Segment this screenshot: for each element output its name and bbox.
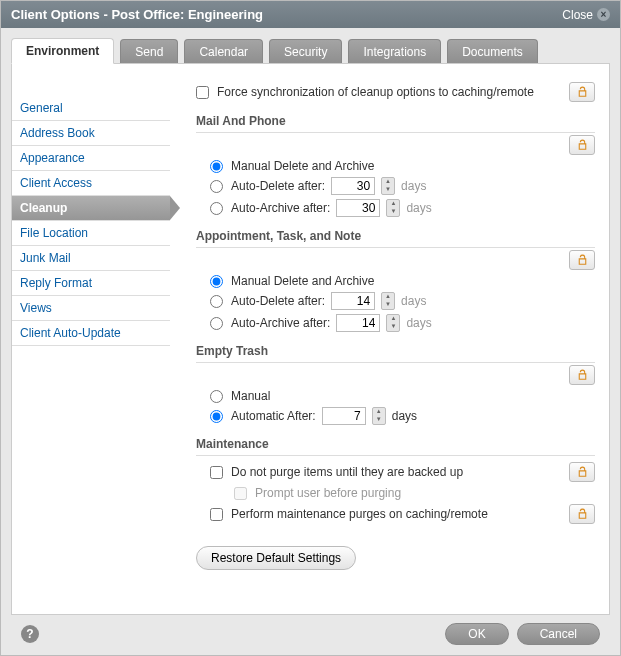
tab-security[interactable]: Security	[269, 39, 342, 64]
divider	[196, 247, 595, 248]
divider	[196, 132, 595, 133]
sidebar-item-address-book[interactable]: Address Book	[12, 121, 170, 146]
maint-no-purge-label[interactable]: Do not purge items until they are backed…	[231, 465, 463, 479]
lock-force-sync[interactable]	[569, 82, 595, 102]
maint-no-purge-checkbox[interactable]	[210, 466, 223, 479]
maint-prompt-checkbox[interactable]	[234, 487, 247, 500]
section-trash-title: Empty Trash	[196, 344, 595, 358]
tab-environment[interactable]: Environment	[11, 38, 114, 64]
sidebar: General Address Book Appearance Client A…	[12, 78, 170, 600]
days-label: days	[406, 316, 431, 330]
section-mail-phone-title: Mail And Phone	[196, 114, 595, 128]
unlock-icon	[576, 254, 589, 267]
appt-auto-delete-label[interactable]: Auto-Delete after:	[231, 294, 325, 308]
days-label: days	[406, 201, 431, 215]
days-label: days	[392, 409, 417, 423]
appt-manual-label[interactable]: Manual Delete and Archive	[231, 274, 374, 288]
footer: ? OK Cancel	[11, 615, 610, 655]
maint-caching-label[interactable]: Perform maintenance purges on caching/re…	[231, 507, 488, 521]
lock-maint-caching[interactable]	[569, 504, 595, 524]
trash-auto-radio[interactable]	[210, 410, 223, 423]
lock-maint-no-purge[interactable]	[569, 462, 595, 482]
unlock-icon	[576, 86, 589, 99]
sidebar-item-cleanup[interactable]: Cleanup	[12, 196, 170, 221]
mail-manual-label[interactable]: Manual Delete and Archive	[231, 159, 374, 173]
force-sync-checkbox[interactable]	[196, 86, 209, 99]
mail-auto-delete-stepper[interactable]: ▲▼	[381, 177, 395, 195]
lock-appt[interactable]	[569, 250, 595, 270]
maint-caching-checkbox[interactable]	[210, 508, 223, 521]
ok-button[interactable]: OK	[445, 623, 508, 645]
titlebar: Client Options - Post Office: Engineerin…	[1, 1, 620, 28]
content: Force synchronization of cleanup options…	[170, 78, 595, 600]
cancel-button[interactable]: Cancel	[517, 623, 600, 645]
lock-mail-phone[interactable]	[569, 135, 595, 155]
divider	[196, 362, 595, 363]
sidebar-item-appearance[interactable]: Appearance	[12, 146, 170, 171]
tab-bar: Environment Send Calendar Security Integ…	[11, 38, 610, 64]
mail-auto-archive-radio[interactable]	[210, 202, 223, 215]
trash-auto-label[interactable]: Automatic After:	[231, 409, 316, 423]
unlock-icon	[576, 369, 589, 382]
sidebar-item-client-access[interactable]: Client Access	[12, 171, 170, 196]
mail-auto-delete-label[interactable]: Auto-Delete after:	[231, 179, 325, 193]
restore-defaults-button[interactable]: Restore Default Settings	[196, 546, 356, 570]
divider	[196, 455, 595, 456]
tab-documents[interactable]: Documents	[447, 39, 538, 64]
force-sync-label[interactable]: Force synchronization of cleanup options…	[217, 85, 534, 99]
panel: General Address Book Appearance Client A…	[11, 63, 610, 615]
close-button[interactable]: Close ×	[562, 8, 610, 22]
sidebar-item-client-auto-update[interactable]: Client Auto-Update	[12, 321, 170, 346]
mail-auto-delete-value[interactable]	[331, 177, 375, 195]
tab-send[interactable]: Send	[120, 39, 178, 64]
client-options-dialog: Client Options - Post Office: Engineerin…	[0, 0, 621, 656]
unlock-icon	[576, 508, 589, 521]
trash-manual-radio[interactable]	[210, 390, 223, 403]
maint-prompt-label[interactable]: Prompt user before purging	[255, 486, 401, 500]
appt-auto-archive-label[interactable]: Auto-Archive after:	[231, 316, 330, 330]
help-icon[interactable]: ?	[21, 625, 39, 643]
window-title: Client Options - Post Office: Engineerin…	[11, 7, 263, 22]
trash-auto-stepper[interactable]: ▲▼	[372, 407, 386, 425]
mail-auto-delete-radio[interactable]	[210, 180, 223, 193]
mail-auto-archive-label[interactable]: Auto-Archive after:	[231, 201, 330, 215]
close-icon: ×	[597, 8, 610, 21]
mail-auto-archive-value[interactable]	[336, 199, 380, 217]
sidebar-item-general[interactable]: General	[12, 96, 170, 121]
sidebar-item-file-location[interactable]: File Location	[12, 221, 170, 246]
appt-auto-delete-value[interactable]	[331, 292, 375, 310]
appt-auto-archive-radio[interactable]	[210, 317, 223, 330]
section-maint-title: Maintenance	[196, 437, 595, 451]
sidebar-item-junk-mail[interactable]: Junk Mail	[12, 246, 170, 271]
days-label: days	[401, 294, 426, 308]
trash-auto-value[interactable]	[322, 407, 366, 425]
sidebar-item-views[interactable]: Views	[12, 296, 170, 321]
appt-manual-radio[interactable]	[210, 275, 223, 288]
appt-auto-archive-value[interactable]	[336, 314, 380, 332]
appt-auto-delete-stepper[interactable]: ▲▼	[381, 292, 395, 310]
tab-integrations[interactable]: Integrations	[348, 39, 441, 64]
section-appt-title: Appointment, Task, and Note	[196, 229, 595, 243]
mail-manual-radio[interactable]	[210, 160, 223, 173]
mail-auto-archive-stepper[interactable]: ▲▼	[386, 199, 400, 217]
lock-trash[interactable]	[569, 365, 595, 385]
tab-calendar[interactable]: Calendar	[184, 39, 263, 64]
sidebar-item-reply-format[interactable]: Reply Format	[12, 271, 170, 296]
force-sync-row: Force synchronization of cleanup options…	[196, 82, 595, 102]
unlock-icon	[576, 139, 589, 152]
dialog-body: Environment Send Calendar Security Integ…	[1, 28, 620, 655]
days-label: days	[401, 179, 426, 193]
trash-manual-label[interactable]: Manual	[231, 389, 270, 403]
appt-auto-delete-radio[interactable]	[210, 295, 223, 308]
unlock-icon	[576, 466, 589, 479]
appt-auto-archive-stepper[interactable]: ▲▼	[386, 314, 400, 332]
